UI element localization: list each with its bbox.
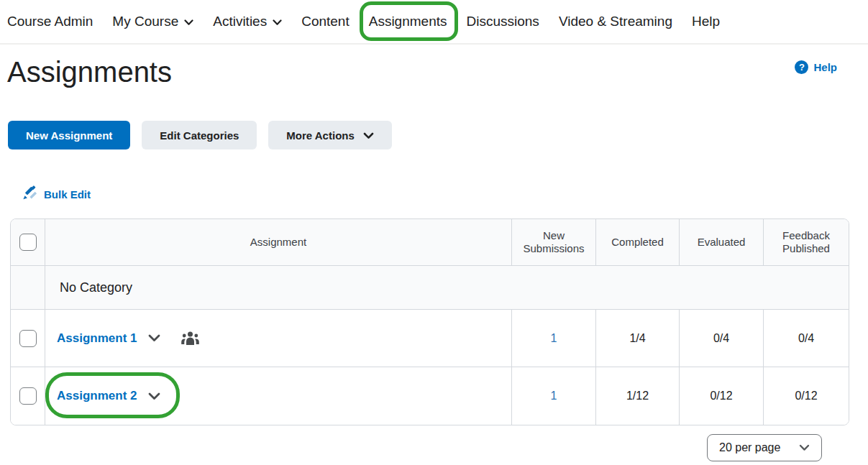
- per-page-select[interactable]: 20 per page: [707, 434, 822, 461]
- column-header-evaluated: Evaluated: [680, 219, 764, 265]
- column-header-feedback-published: Feedback Published: [764, 219, 849, 265]
- assignment-name-cell: Assignment 1: [45, 310, 512, 367]
- column-header-assignment: Assignment: [45, 219, 512, 265]
- nav-item-content[interactable]: Content: [301, 14, 350, 29]
- feedback-published-value: 0/12: [764, 367, 849, 425]
- feedback-published-value: 0/4: [764, 310, 849, 367]
- nav-item-course-admin[interactable]: Course Admin: [7, 14, 93, 29]
- select-all-checkbox[interactable]: [19, 234, 37, 251]
- per-page-label: 20 per page: [719, 441, 780, 454]
- assignments-table: Assignment New Submissions Completed Eva…: [10, 218, 849, 425]
- completed-value: 1/12: [596, 367, 680, 425]
- category-label: No Category: [45, 266, 849, 309]
- more-actions-label: More Actions: [286, 129, 354, 142]
- chevron-down-icon: [184, 14, 193, 29]
- help-link-label: Help: [813, 61, 837, 73]
- top-navigation: Course Admin My Course Activities Conten…: [0, 0, 868, 45]
- new-submissions-cell: 1: [512, 367, 596, 425]
- new-submissions-cell: 1: [512, 310, 596, 367]
- new-submissions-link[interactable]: 1: [551, 390, 557, 402]
- nav-item-label: Content: [301, 14, 350, 29]
- nav-item-assignments[interactable]: Assignments: [369, 14, 447, 29]
- table-row-assignment-1: Assignment 1 1 1/4 0/4 0/4: [11, 310, 849, 367]
- help-question-icon: ?: [795, 60, 808, 74]
- help-link[interactable]: ? Help: [795, 60, 837, 74]
- nav-item-label: Video & Streaming: [559, 14, 672, 29]
- column-header-completed: Completed: [596, 219, 680, 265]
- new-assignment-button[interactable]: New Assignment: [8, 121, 130, 149]
- table-row-assignment-2: Assignment 2 1 1/12 0/12 0/12: [11, 367, 849, 425]
- chevron-down-icon[interactable]: [148, 334, 160, 342]
- chevron-down-icon: [799, 441, 810, 454]
- header-checkbox-cell: [11, 219, 45, 265]
- nav-item-label: Help: [692, 14, 720, 29]
- column-header-new-submissions: New Submissions: [512, 219, 596, 265]
- chevron-down-icon[interactable]: [148, 392, 160, 400]
- more-actions-button[interactable]: More Actions: [268, 121, 391, 149]
- nav-item-label: My Course: [112, 14, 178, 29]
- row-checkbox-cell: [11, 367, 45, 425]
- pagination-bar: 20 per page: [0, 434, 822, 461]
- nav-item-label: Discussions: [467, 14, 539, 29]
- pencil-edit-icon: [22, 185, 37, 203]
- new-submissions-link[interactable]: 1: [551, 332, 557, 345]
- chevron-down-icon: [363, 129, 374, 142]
- assignment-name-cell: Assignment 2: [45, 367, 512, 425]
- row-checkbox-cell: [11, 310, 45, 367]
- table-header-row: Assignment New Submissions Completed Eva…: [11, 219, 849, 266]
- bulk-edit-label: Bulk Edit: [44, 188, 91, 201]
- page-title: Assignments: [7, 55, 868, 89]
- nav-item-help[interactable]: Help: [692, 14, 720, 29]
- category-checkbox-cell: [11, 266, 45, 309]
- nav-item-discussions[interactable]: Discussions: [467, 14, 539, 29]
- toolbar: New Assignment Edit Categories More Acti…: [8, 121, 868, 149]
- group-members-icon: [181, 330, 200, 346]
- row-checkbox[interactable]: [19, 330, 37, 347]
- edit-categories-button[interactable]: Edit Categories: [142, 121, 257, 149]
- category-row: No Category: [11, 266, 849, 310]
- nav-item-my-course[interactable]: My Course: [112, 14, 193, 29]
- nav-item-video-streaming[interactable]: Video & Streaming: [559, 14, 672, 29]
- completed-value: 1/4: [596, 310, 680, 367]
- assignment-link[interactable]: Assignment 2: [57, 389, 137, 403]
- nav-item-label: Course Admin: [7, 14, 93, 29]
- row-checkbox[interactable]: [19, 387, 37, 405]
- nav-item-activities[interactable]: Activities: [213, 14, 282, 29]
- evaluated-value: 0/12: [680, 367, 764, 425]
- evaluated-value: 0/4: [680, 310, 764, 367]
- assignment-link[interactable]: Assignment 1: [57, 331, 137, 346]
- nav-item-label: Assignments: [369, 14, 447, 29]
- chevron-down-icon: [273, 14, 282, 29]
- nav-item-label: Activities: [213, 14, 267, 29]
- bulk-edit-link[interactable]: Bulk Edit: [22, 185, 91, 203]
